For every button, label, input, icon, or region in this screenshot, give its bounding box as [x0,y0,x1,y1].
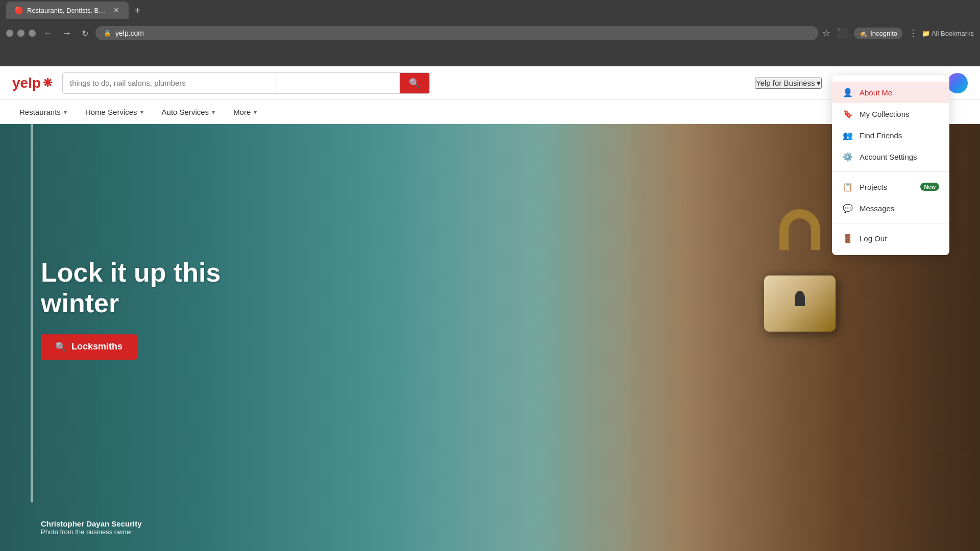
search-where-input[interactable]: San Francisco, CA [277,73,400,93]
lock-keyhole [795,291,805,306]
projects-new-badge: New [920,183,939,191]
my-collections-label: My Collections [860,110,910,118]
hero-title-line2: winter [41,288,119,318]
projects-menu-item[interactable]: 📋 Projects New [832,176,949,197]
incognito-badge: 🕵 Incognito [854,28,902,39]
auto-services-nav-item[interactable]: Auto Services ▾ [155,100,223,124]
home-services-chevron-icon: ▾ [140,109,143,116]
restaurants-label: Restaurants [19,108,61,116]
window-minimize-button[interactable] [17,30,24,37]
page-content: yelp❋ San Francisco, CA 🔍 Yelp for Busin… [0,66,980,551]
bookmarks-folder-icon: 📁 [922,30,930,37]
auto-services-chevron-icon: ▾ [212,109,215,116]
log-out-menu-item[interactable]: 🚪 Log Out [832,228,949,249]
hero-caption-business-name: Christopher Dayan Security [41,519,142,528]
log-out-icon: 🚪 [842,233,853,244]
refresh-button[interactable]: ↻ [79,27,91,40]
ssl-lock-icon: 🔒 [104,30,111,37]
yelp-for-business-chevron-icon: ▾ [817,79,821,88]
forward-button[interactable]: → [59,26,75,41]
new-tab-button[interactable]: + [131,3,145,18]
settings-icon: ⚙️ [842,151,853,162]
bookmarks-label: All Bookmarks [932,30,974,37]
about-me-menu-item[interactable]: 👤 About Me [832,82,949,103]
back-button[interactable]: ← [40,26,55,41]
more-chevron-icon: ▾ [254,109,257,116]
lock-visual [749,245,851,372]
hero-title: Lock it up this winter [41,258,220,319]
user-dropdown-menu: 👤 About Me 🔖 My Collections 👥 Find Frien… [832,76,949,255]
hero-caption-subtitle: Photo from the business owner [41,528,142,536]
my-collections-menu-item[interactable]: 🔖 My Collections [832,103,949,124]
incognito-icon: 🕵 [859,30,867,37]
locksmiths-cta-button[interactable]: 🔍 Locksmiths [41,334,137,360]
window-close-button[interactable] [6,30,13,37]
menu-section-logout: 🚪 Log Out [832,223,949,251]
all-bookmarks-button[interactable]: 📁 All Bookmarks [922,30,974,37]
hero-content: Lock it up this winter 🔍 Locksmiths [41,258,220,360]
restaurants-chevron-icon: ▾ [64,109,67,116]
find-friends-icon: 👥 [842,130,853,141]
tab-favicon: 🔴 [14,6,23,14]
window-maximize-button[interactable] [29,30,36,37]
collections-icon: 🔖 [842,108,853,119]
menu-section-profile: 👤 About Me 🔖 My Collections 👥 Find Frien… [832,80,949,169]
hero-caption: Christopher Dayan Security Photo from th… [41,519,142,536]
auto-services-label: Auto Services [162,108,209,116]
locksmiths-label: Locksmiths [71,341,122,352]
hero-title-line1: Lock it up this [41,258,220,287]
window-controls [6,30,36,37]
bookmark-icon[interactable]: ☆ [822,28,830,39]
home-services-label: Home Services [85,108,137,116]
browser-controls: ← → ↻ 🔒 yelp.com ☆ ⬛ 🕵 Incognito ⋮ 📁 All… [0,20,980,46]
log-out-label: Log Out [860,234,887,243]
address-bar[interactable]: 🔒 yelp.com [95,26,818,40]
projects-menu-icon: 📋 [842,181,853,192]
projects-label: Projects [860,183,887,191]
account-settings-menu-item[interactable]: ⚙️ Account Settings [832,146,949,167]
search-bar: San Francisco, CA 🔍 [62,72,430,94]
menu-dots-icon[interactable]: ⋮ [909,28,918,39]
search-submit-button[interactable]: 🔍 [400,73,429,93]
tab-title: Restaurants, Dentists, Bars, Bea... [27,7,108,14]
cast-icon[interactable]: ⬛ [837,28,848,39]
about-me-label: About Me [860,88,892,97]
find-friends-menu-item[interactable]: 👥 Find Friends [832,124,949,146]
hero-accent-bar [31,115,33,503]
messages-menu-item[interactable]: 💬 Messages [832,197,949,219]
yelp-burst-icon: ❋ [43,77,52,90]
about-me-icon: 👤 [842,87,853,98]
lock-body [764,276,836,332]
yelp-logo-text: yelp [12,75,41,91]
locksmiths-search-icon: 🔍 [55,341,66,353]
url-display: yelp.com [115,29,144,37]
home-services-nav-item[interactable]: Home Services ▾ [78,100,151,124]
browser-actions: ☆ ⬛ 🕵 Incognito ⋮ [822,28,918,39]
tabs-bar: 🔴 Restaurants, Dentists, Bars, Bea... ✕ … [0,0,980,20]
search-what-input[interactable] [63,73,277,93]
search-icon: 🔍 [409,78,420,89]
more-nav-item[interactable]: More ▾ [226,100,264,124]
restaurants-nav-item[interactable]: Restaurants ▾ [12,100,74,124]
yelp-for-business-label: Yelp for Business [756,79,815,87]
user-avatar-button[interactable] [947,73,968,93]
messages-label: Messages [860,204,894,213]
browser-chrome: 🔴 Restaurants, Dentists, Bars, Bea... ✕ … [0,0,980,66]
active-tab[interactable]: 🔴 Restaurants, Dentists, Bars, Bea... ✕ [6,2,129,19]
menu-section-tools: 📋 Projects New 💬 Messages [832,171,949,221]
account-settings-label: Account Settings [860,153,917,161]
messages-icon: 💬 [842,203,853,214]
tab-close-button[interactable]: ✕ [112,6,120,14]
yelp-for-business-button[interactable]: Yelp for Business ▾ [755,78,822,89]
lock-shackle [779,209,820,250]
find-friends-label: Find Friends [860,131,902,140]
incognito-label: Incognito [870,30,897,37]
yelp-logo[interactable]: yelp❋ [12,75,52,91]
more-label: More [233,108,251,116]
